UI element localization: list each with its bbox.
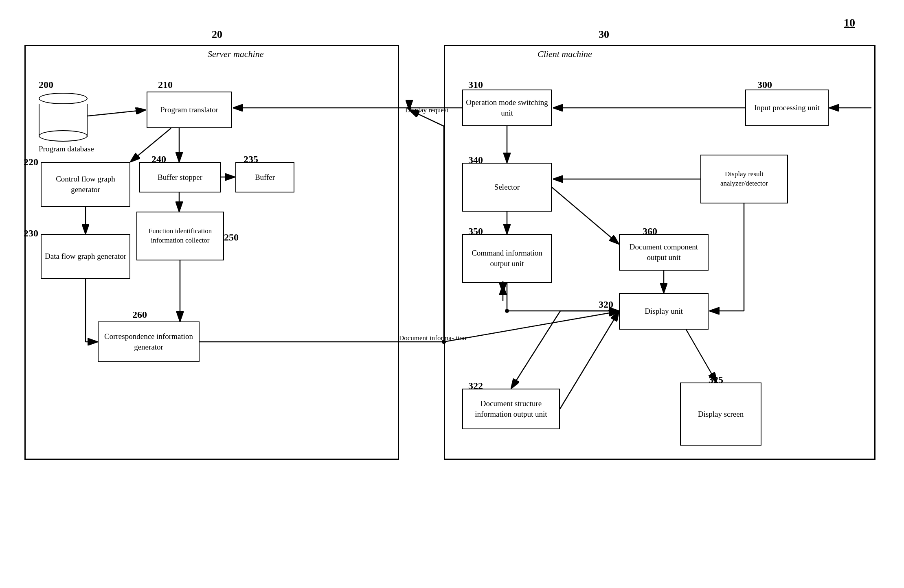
- input-processing-block: Input processing unit: [745, 90, 829, 126]
- ref-230: 230: [24, 228, 38, 239]
- client-machine-label: Client machine: [538, 49, 592, 59]
- program-database-cylinder: Program database: [39, 93, 94, 154]
- selector-block: Selector: [462, 163, 552, 212]
- ref-250: 250: [224, 232, 239, 243]
- bracket-20-label: 20: [212, 28, 222, 41]
- control-flow-graph-block: Control flow graph generator: [41, 162, 130, 207]
- command-info-output-block: Command information output unit: [462, 234, 552, 283]
- display-unit-block: Display unit: [619, 293, 709, 330]
- program-database-label: Program database: [39, 144, 94, 154]
- data-flow-graph-block: Data flow graph generator: [41, 234, 130, 279]
- program-translator-block: Program translator: [147, 92, 232, 128]
- buffer-stopper-block: Buffer stopper: [139, 162, 221, 192]
- ref-300: 300: [757, 79, 772, 90]
- ref-210: 210: [158, 79, 173, 90]
- ref-320: 320: [599, 299, 613, 310]
- display-screen-block: Display screen: [680, 383, 761, 446]
- ref-220: 220: [24, 157, 38, 168]
- document-structure-block: Document structure information output un…: [462, 389, 560, 429]
- document-info-label: Document informa- tion: [399, 334, 466, 343]
- display-request-label: Display request: [405, 106, 448, 115]
- operation-mode-block: Operation mode switching unit: [462, 90, 552, 126]
- server-machine-label: Server machine: [208, 49, 263, 59]
- ref-10: 10: [844, 16, 855, 29]
- bracket-30-label: 30: [599, 28, 609, 41]
- correspondence-info-block: Correspondence information generator: [98, 321, 200, 362]
- ref-200: 200: [39, 79, 53, 90]
- ref-260: 260: [132, 309, 147, 320]
- diagram-container: 10 20 30 Server machine Client machine 2…: [16, 16, 888, 578]
- display-result-block: Display result analyzer/detector: [700, 155, 788, 203]
- buffer-block: Buffer: [235, 162, 294, 192]
- document-component-output-block: Document component output unit: [619, 234, 709, 271]
- ref-310: 310: [468, 79, 483, 90]
- function-id-block: Function identification information coll…: [136, 212, 224, 260]
